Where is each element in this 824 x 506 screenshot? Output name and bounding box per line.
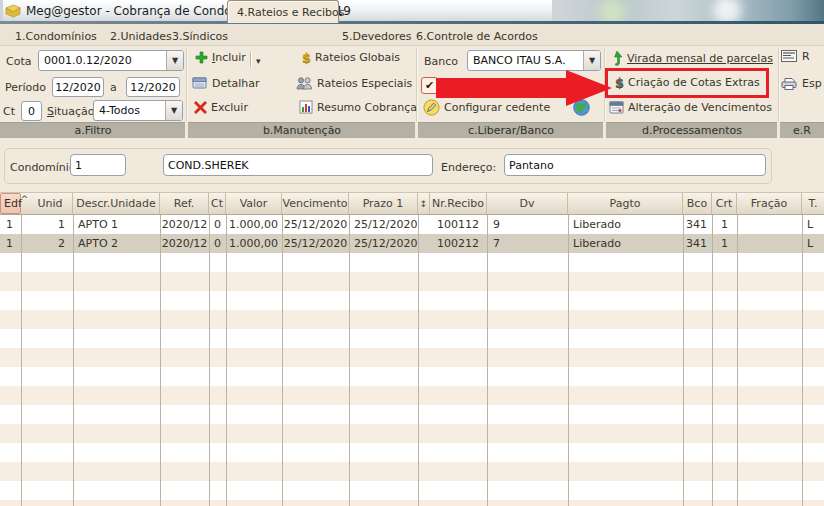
report-sheet-icon	[781, 50, 798, 63]
column-header-unid[interactable]: Unid	[28, 193, 73, 214]
cell-unid: 2	[28, 237, 73, 250]
cell-descr: APTO 1	[73, 218, 160, 231]
espelho-button[interactable]: Esp	[781, 77, 822, 90]
column-header-prazo1[interactable]: Prazo 1	[349, 193, 418, 214]
pencil-circle-icon	[423, 99, 440, 116]
column-header-ref[interactable]: Ref.	[160, 193, 209, 214]
column-header-valor[interactable]: Valor	[226, 193, 282, 214]
cell-bco: 341	[683, 218, 712, 231]
situacao-combobox[interactable]: 4-Todos ▼	[93, 100, 183, 121]
table-header: Edf ^ Unid Descr.Unidade Ref. Ct Valor V…	[0, 192, 824, 215]
periodo-conj-label: a	[110, 81, 117, 94]
detalhar-button[interactable]: Detalhar	[192, 76, 260, 90]
detail-cards-icon	[192, 76, 208, 90]
cell-ct: 0	[209, 218, 226, 231]
banco-value: BANCO ITAU S.A.	[468, 54, 583, 67]
resumo-cobranca-button[interactable]: Resumo Cobrança	[299, 100, 417, 114]
globe-icon[interactable]	[573, 99, 590, 116]
chevron-down-icon[interactable]: ▼	[166, 51, 183, 70]
incluir-dropdown-icon[interactable]: ▾	[256, 56, 261, 66]
calendar-icon	[609, 100, 624, 114]
column-header-edf[interactable]: Edf	[0, 193, 21, 214]
situacao-label: Situação	[47, 105, 95, 118]
column-header-bco[interactable]: Bco	[683, 193, 712, 214]
chevron-down-icon[interactable]: ▼	[583, 51, 600, 70]
virada-mensal-label: Virada mensal de parcelas	[627, 52, 773, 65]
condominio-label: Condomínio:	[10, 161, 79, 174]
bar-chart-icon	[299, 100, 313, 114]
situacao-value: 4-Todos	[94, 104, 165, 117]
table-empty-rows	[0, 253, 824, 506]
tab-unidades[interactable]: 2.Unidades	[110, 30, 172, 43]
periodo-from-input[interactable]: 12/2020	[52, 77, 104, 97]
cell-pagto: Liberado	[568, 218, 683, 231]
table-row-selected[interactable]: 1 2 APTO 2 2020/12 0 1.000,00 25/12/2020…	[0, 234, 824, 253]
column-header-pagto[interactable]: Pagto	[568, 193, 683, 214]
endereco-input[interactable]: Pantano	[504, 154, 766, 176]
configurar-cedente-button[interactable]: Configurar cedente	[423, 99, 550, 116]
column-header-nr-recibo[interactable]: Nr.Recibo	[430, 193, 487, 214]
app-icon	[5, 4, 22, 18]
alteracao-vencimentos-label: Alteração de Vencimentos	[628, 101, 772, 114]
configurar-cedente-label: Configurar cedente	[444, 101, 550, 114]
cota-combobox[interactable]: 0001.0.12/2020 ▼	[38, 50, 184, 71]
cell-bco: 341	[683, 237, 712, 250]
printer-icon	[781, 77, 798, 90]
banco-combobox[interactable]: BANCO ITAU S.A. ▼	[467, 50, 601, 71]
liberar-check-icon[interactable]: ✔	[421, 77, 438, 94]
ct-label: Ct	[3, 105, 15, 118]
rateios-globais-button[interactable]: $ Rateios Globais	[302, 51, 400, 64]
banco-label: Banco	[424, 55, 458, 68]
cell-vencimento: 25/12/2020	[282, 218, 349, 231]
dollar-icon: $	[302, 52, 311, 63]
red-x-icon	[194, 101, 207, 114]
tab-condominios[interactable]: 1.Condomínios	[15, 30, 97, 43]
two-people-icon	[296, 76, 313, 90]
incluir-button[interactable]: Incluir	[195, 51, 246, 64]
cell-dv: 9	[487, 218, 568, 231]
condominio-nome-input[interactable]: COND.SHEREK	[163, 154, 433, 176]
plus-icon	[195, 51, 208, 64]
virada-mensal-button[interactable]: Virada mensal de parcelas	[611, 51, 773, 66]
background-blur-region	[552, 0, 824, 21]
ct-input[interactable]: 0	[21, 101, 42, 121]
cell-ct: 0	[209, 237, 226, 250]
chevron-down-icon[interactable]: ▼	[165, 101, 182, 120]
excluir-button[interactable]: Excluir	[194, 101, 248, 114]
app-window: Meg@gestor - Cobrança de Condomínios v4.…	[0, 0, 824, 506]
column-header-ct[interactable]: Ct	[209, 193, 226, 214]
section-manutencao-label: b.Manutenção	[188, 124, 416, 138]
cell-nr-recibo: 100212	[430, 237, 487, 250]
relatorio-button[interactable]: R	[781, 50, 810, 63]
cell-dv: 7	[487, 237, 568, 250]
sort-asc-icon[interactable]: ^	[21, 193, 28, 214]
resumo-cobranca-label: Resumo Cobrança	[317, 101, 417, 114]
tab-rateios-recibos[interactable]: 4.Rateios e Recibos	[237, 6, 344, 19]
table-row[interactable]: 1 1 APTO 1 2020/12 0 1.000,00 25/12/2020…	[0, 215, 824, 234]
periodo-to-input[interactable]: 12/2020	[126, 77, 180, 97]
binoculars-icon[interactable]	[571, 79, 588, 94]
cell-edf: 1	[0, 237, 28, 250]
cell-crt: 1	[712, 218, 737, 231]
incluir-label: Incluir	[212, 51, 246, 64]
tab-devedores[interactable]: 5.Devedores	[342, 30, 412, 43]
cell-edf: 1	[0, 218, 28, 231]
column-header-t[interactable]: T.	[802, 193, 824, 214]
sort-both-icon[interactable]: ↕	[418, 193, 430, 214]
column-header-dv[interactable]: Dv	[487, 193, 568, 214]
column-header-fracao[interactable]: Fração	[737, 193, 802, 214]
tab-controle-acordos[interactable]: 6.Controle de Acordos	[416, 30, 538, 43]
column-header-descr-unidade[interactable]: Descr.Unidade	[73, 193, 160, 214]
detalhar-label: Detalhar	[212, 77, 260, 90]
condominio-numero-input[interactable]: 1	[70, 154, 126, 176]
column-header-crt[interactable]: Crt	[712, 193, 737, 214]
cell-descr: APTO 2	[73, 237, 160, 250]
cell-t: L	[802, 237, 824, 250]
section-filtro-label: a.Filtro	[0, 124, 186, 138]
tab-sindicos[interactable]: 3.Síndicos	[172, 30, 228, 43]
column-header-vencimento[interactable]: Vencimento	[282, 193, 349, 214]
cell-unid: 1	[28, 218, 73, 231]
alteracao-vencimentos-button[interactable]: Alteração de Vencimentos	[609, 100, 772, 114]
cell-t: L	[802, 218, 824, 231]
rateios-especiais-button[interactable]: Rateios Especiais	[296, 76, 412, 90]
